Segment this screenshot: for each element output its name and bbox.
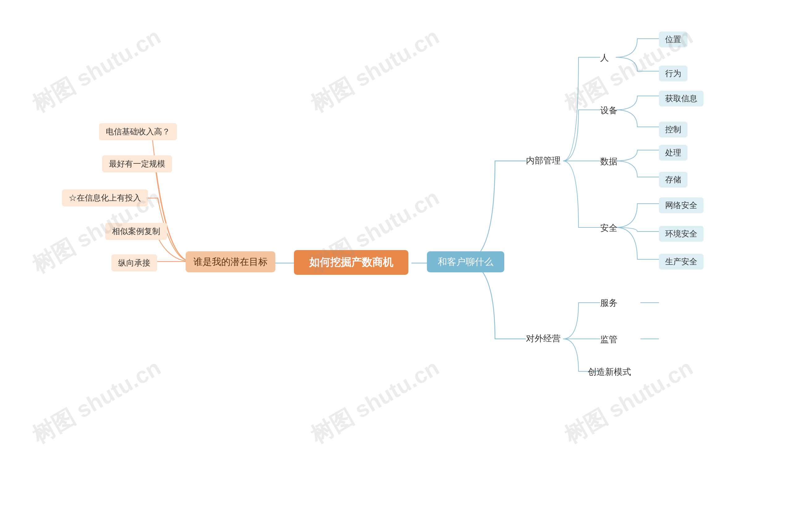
mid-internal: 内部管理 [526, 155, 561, 167]
leaf-process: 处理 [659, 145, 688, 160]
sub-mid-service: 服务 [600, 297, 618, 309]
branch-vertical: 纵向承接 [111, 254, 157, 271]
right-main-node: 和客户聊什么 [427, 251, 504, 272]
center-label: 如何挖掘产数商机 [309, 255, 393, 269]
leaf-location: 位置 [659, 32, 688, 48]
left-main-label: 谁是我的潜在目标 [193, 255, 268, 268]
watermark-6: 树图 shutu.cn [27, 353, 166, 450]
leaf-env-security: 环境安全 [659, 226, 703, 242]
branch-info: ☆在信息化上有投入 [62, 189, 148, 206]
branch-case: 相似案例复制 [105, 223, 167, 240]
sub-mid-person: 人 [600, 52, 609, 64]
branch-scale: 最好有一定规模 [102, 155, 172, 172]
leaf-get-info: 获取信息 [659, 91, 703, 107]
watermark-7: 树图 shutu.cn [305, 353, 445, 450]
watermark-1: 树图 shutu.cn [27, 22, 166, 119]
leaf-network-security: 网络安全 [659, 197, 703, 213]
leaf-storage: 存储 [659, 172, 688, 188]
left-main-node: 谁是我的潜在目标 [186, 251, 275, 272]
leaf-behavior: 行为 [659, 65, 688, 81]
sub-mid-data: 数据 [600, 156, 618, 167]
sub-mid-security: 安全 [600, 222, 618, 234]
center-node: 如何挖掘产数商机 [294, 250, 408, 275]
leaf-prod-security: 生产安全 [659, 254, 703, 269]
leaf-control: 控制 [659, 121, 688, 137]
mid-external: 对外经营 [526, 333, 561, 344]
watermark-2: 树图 shutu.cn [305, 22, 445, 119]
sub-mid-device: 设备 [600, 104, 618, 116]
sub-mid-supervision: 监管 [600, 334, 618, 345]
sub-mid-new-model: 创造新模式 [588, 366, 631, 378]
branch-telecom: 电信基础收入高？ [99, 123, 177, 140]
right-main-label: 和客户聊什么 [438, 255, 494, 268]
